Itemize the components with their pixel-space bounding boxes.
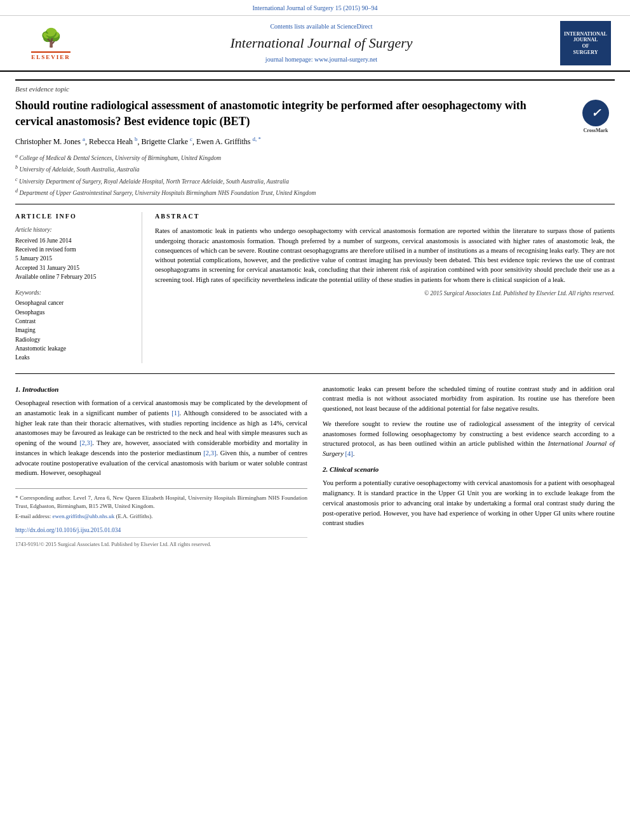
intro-heading: 1. Introduction — [15, 384, 307, 395]
keywords-label: Keywords: — [15, 289, 131, 297]
history-online: Available online 7 February 2015 — [15, 273, 131, 281]
journal-logo-right: INTERNATIONALJOURNALOFSURGERY — [554, 21, 617, 65]
intro-title: Introduction — [22, 385, 58, 393]
affil-d: d Department of Upper Gastrointestinal S… — [15, 187, 615, 197]
kw-1: Oesophageal cancer — [15, 299, 131, 307]
author-1: Christopher M. Jones a — [15, 137, 85, 146]
volume-info: International Journal of Surgery 15 (201… — [253, 4, 378, 11]
clinical-title: Clinical scenario — [330, 465, 379, 473]
journal-header: 🌳 ELSEVIER Contents lists available at S… — [0, 16, 630, 72]
main-content: Best evidence topic Should routine radio… — [0, 72, 630, 559]
abstract-column: ABSTRACT Rates of anastomotic leak in pa… — [155, 212, 615, 363]
issn-line: 1743-9191/© 2015 Surgical Associates Ltd… — [15, 537, 307, 551]
kw-5: Radiology — [15, 336, 131, 344]
abstract-copyright: © 2015 Surgical Associates Ltd. Publishe… — [155, 290, 615, 298]
affil-a: a College of Medical & Dental Sciences, … — [15, 152, 615, 163]
footnote-section: * Corresponding author. Level 7, Area 6,… — [15, 488, 307, 521]
body-section: 1. Introduction Oesophageal resection wi… — [15, 384, 615, 551]
crossmark-label: CrossMark — [584, 128, 608, 135]
author-2: Rebecca Heah b — [89, 137, 137, 146]
kw-6: Anastomotic leakage — [15, 345, 131, 353]
journal-url[interactable]: www.journal-surgery.net — [314, 56, 377, 63]
journal-top-bar: International Journal of Surgery 15 (201… — [0, 0, 630, 16]
email-link[interactable]: ewen.griffiths@uhb.nhs.uk — [52, 513, 114, 519]
ijs-logo-box: INTERNATIONALJOURNALOFSURGERY — [560, 21, 611, 65]
affiliations-block: a College of Medical & Dental Sciences, … — [15, 152, 615, 198]
journal-title-block: Contents lists available at ScienceDirec… — [89, 22, 554, 65]
article-title-block: Should routine radiological assessment o… — [15, 98, 615, 129]
ref-1-link[interactable]: [1] — [171, 410, 179, 417]
clinical-heading: 2. Clinical scenario — [323, 464, 615, 475]
elsevier-tree-icon: 🌳 — [40, 25, 62, 50]
email-footnote: E-mail address: ewen.griffiths@uhb.nhs.u… — [15, 512, 307, 521]
intro-para-2: anastomotic leaks can present before the… — [323, 384, 615, 414]
article-info-column: ARTICLE INFO Article history: Received 1… — [15, 212, 142, 363]
history-received: Received 16 June 2014 — [15, 237, 131, 245]
sciencedirect-line: Contents lists available at ScienceDirec… — [89, 22, 554, 31]
journal-homepage: journal homepage: www.journal-surgery.ne… — [89, 55, 554, 64]
elsevier-label: ELSEVIER — [31, 51, 70, 62]
section-divider — [15, 373, 615, 374]
author-3: Brigette Clarke c — [141, 137, 192, 146]
corresponding-footnote: * Corresponding author. Level 7, Area 6,… — [15, 494, 307, 510]
intro-para-3: We therefore sought to review the routin… — [323, 419, 615, 459]
kw-2: Oesophagus — [15, 309, 131, 317]
clinical-para: You perform a potentially curative oesop… — [323, 478, 615, 528]
history-revised-label: Received in revised form — [15, 246, 131, 254]
article-info-title: ARTICLE INFO — [15, 212, 131, 221]
kw-4: Imaging — [15, 326, 131, 335]
section-number-2: 2. — [323, 465, 328, 473]
journal-name: International Journal of Surgery — [89, 34, 554, 53]
author-4: Ewen A. Griffiths d, * — [196, 137, 261, 146]
affil-c: c University Department of Surgery, Roya… — [15, 176, 615, 186]
publisher-logo: 🌳 ELSEVIER — [13, 26, 89, 61]
history-accepted: Accepted 31 January 2015 — [15, 264, 131, 272]
crossmark-circle: ✓ — [582, 100, 609, 126]
kw-3: Contrast — [15, 317, 131, 326]
section-tag: Best evidence topic — [15, 79, 615, 94]
body-right-col: anastomotic leaks can present before the… — [323, 384, 615, 551]
affil-b: b University of Adelaide, South Australi… — [15, 164, 615, 174]
article-title-text: Should routine radiological assessment o… — [15, 99, 526, 127]
intro-para-1: Oesophageal resection with formation of … — [15, 398, 307, 478]
history-label: Article history: — [15, 226, 131, 234]
abstract-title: ABSTRACT — [155, 212, 615, 221]
doi-line: http://dx.doi.org/10.1016/j.ijsu.2015.01… — [15, 526, 307, 535]
kw-7: Leaks — [15, 354, 131, 362]
article-info-abstract-section: ARTICLE INFO Article history: Received 1… — [15, 204, 615, 363]
history-revised-date: 5 January 2015 — [15, 255, 131, 263]
article-history: Article history: Received 16 June 2014 R… — [15, 226, 131, 281]
abstract-text: Rates of anastomotic leak in patients wh… — [155, 226, 615, 284]
crossmark-badge: ✓ CrossMark — [577, 98, 615, 136]
logo-title: INTERNATIONALJOURNALOFSURGERY — [564, 31, 607, 55]
ref-23b-link[interactable]: [2,3] — [203, 450, 216, 457]
elsevier-logo: 🌳 ELSEVIER — [22, 26, 79, 61]
ref-23-link[interactable]: [2,3] — [79, 439, 92, 446]
body-left-col: 1. Introduction Oesophageal resection wi… — [15, 384, 307, 551]
keywords-block: Keywords: Oesophageal cancer Oesophagus … — [15, 289, 131, 362]
sciencedirect-link[interactable]: ScienceDirect — [337, 23, 372, 30]
doi-link[interactable]: http://dx.doi.org/10.1016/j.ijsu.2015.01… — [15, 527, 121, 533]
authors-line: Christopher M. Jones a, Rebecca Heah b, … — [15, 135, 615, 147]
ref-4-link[interactable]: [4] — [345, 450, 352, 457]
section-number: 1. — [15, 385, 20, 393]
